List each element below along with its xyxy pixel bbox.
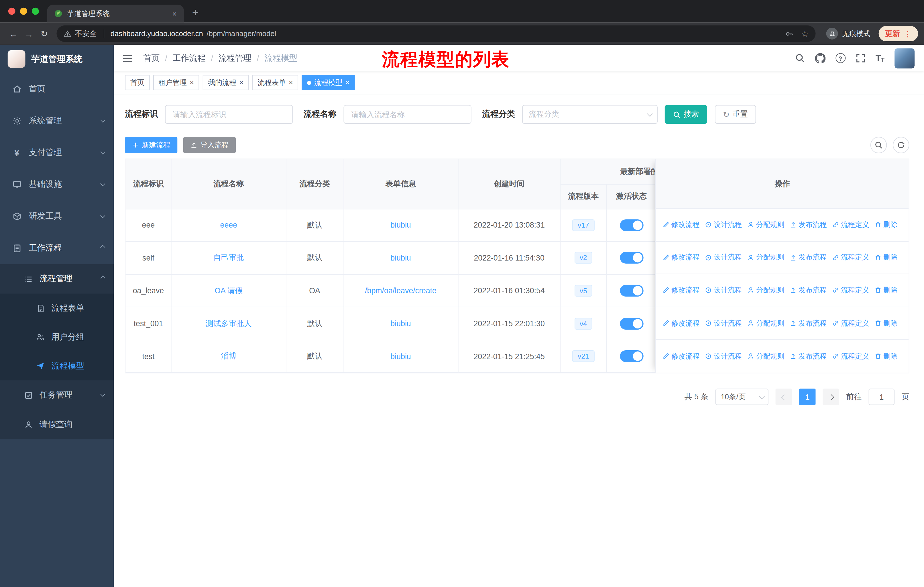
edit-process-link[interactable]: 修改流程 xyxy=(663,286,700,296)
process-key-input[interactable] xyxy=(165,105,293,124)
process-definition-link[interactable]: 流程定义 xyxy=(832,220,869,230)
sidebar-item-process-form[interactable]: 流程表单 xyxy=(0,294,114,323)
active-toggle[interactable] xyxy=(620,285,643,297)
process-name-link[interactable]: 测试多审批人 xyxy=(206,319,251,327)
form-info-link[interactable]: biubiu xyxy=(390,221,411,230)
toggle-search-icon[interactable] xyxy=(870,137,887,153)
sidebar-item-task-management[interactable]: 任务管理 xyxy=(0,380,114,410)
close-icon[interactable]: × xyxy=(190,79,194,86)
new-process-button[interactable]: 新建流程 xyxy=(125,137,177,153)
security-label[interactable]: 不安全 xyxy=(75,29,97,39)
browser-tab[interactable]: 芋道管理系统 × xyxy=(47,5,184,22)
delete-process-link[interactable]: 删除 xyxy=(874,318,898,328)
active-toggle[interactable] xyxy=(620,252,643,264)
address-bar[interactable]: 不安全 dashboard.yudao.iocoder.cn/bpm/manag… xyxy=(57,25,816,42)
breadcrumb-workflow[interactable]: 工作流程 xyxy=(173,53,206,63)
close-window-button[interactable] xyxy=(8,8,15,15)
breadcrumb-home[interactable]: 首页 xyxy=(143,53,160,63)
tab-close-icon[interactable]: × xyxy=(170,9,179,18)
new-tab-button[interactable]: + xyxy=(184,6,207,23)
font-size-icon[interactable]: TT xyxy=(876,53,884,63)
sidebar-item-user-group[interactable]: 用户分组 xyxy=(0,322,114,351)
design-process-link[interactable]: 设计流程 xyxy=(705,220,742,230)
goto-page-input[interactable] xyxy=(869,389,895,405)
next-page-button[interactable] xyxy=(823,389,839,405)
delete-process-link[interactable]: 删除 xyxy=(874,351,898,361)
edit-process-link[interactable]: 修改流程 xyxy=(663,253,700,263)
publish-process-link[interactable]: 发布流程 xyxy=(790,318,827,328)
process-name-link[interactable]: OA 请假 xyxy=(214,286,243,295)
delete-process-link[interactable]: 删除 xyxy=(874,253,898,263)
form-info-link[interactable]: biubiu xyxy=(390,319,411,328)
github-icon[interactable] xyxy=(815,53,825,63)
refresh-table-icon[interactable] xyxy=(893,137,909,153)
process-name-input[interactable] xyxy=(343,105,471,124)
process-category-select[interactable]: 流程分类 xyxy=(522,105,658,124)
process-name-link[interactable]: eeee xyxy=(220,221,238,230)
app-logo-row[interactable]: 芋道管理系统 xyxy=(0,45,114,73)
process-name-link[interactable]: 自己审批 xyxy=(213,253,244,262)
design-process-link[interactable]: 设计流程 xyxy=(705,286,742,296)
process-definition-link[interactable]: 流程定义 xyxy=(832,286,869,296)
close-icon[interactable]: × xyxy=(289,79,293,86)
tag-tenant-management[interactable]: 租户管理× xyxy=(153,75,200,90)
delete-process-link[interactable]: 删除 xyxy=(874,220,898,230)
sidebar-item-process-management[interactable]: 流程管理 xyxy=(0,264,114,294)
assign-rule-link[interactable]: 分配规则 xyxy=(747,253,784,263)
edit-process-link[interactable]: 修改流程 xyxy=(663,351,700,361)
process-definition-link[interactable]: 流程定义 xyxy=(832,351,869,361)
search-icon[interactable] xyxy=(795,53,805,63)
avatar[interactable] xyxy=(894,48,914,68)
update-button[interactable]: 更新 ⋮ xyxy=(879,26,918,41)
design-process-link[interactable]: 设计流程 xyxy=(705,318,742,328)
sidebar-item-payment-management[interactable]: ¥ 支付管理 xyxy=(0,137,114,169)
publish-process-link[interactable]: 发布流程 xyxy=(790,253,827,263)
publish-process-link[interactable]: 发布流程 xyxy=(790,286,827,296)
tag-process-model[interactable]: 流程模型× xyxy=(302,75,355,90)
sidebar-item-process-model[interactable]: 流程模型 xyxy=(0,351,114,380)
process-name-link[interactable]: 滔博 xyxy=(221,352,236,360)
assign-rule-link[interactable]: 分配规则 xyxy=(747,318,784,328)
page-size-select[interactable]: 10条/页 xyxy=(716,389,769,405)
sidebar-item-home[interactable]: 首页 xyxy=(0,73,114,105)
publish-process-link[interactable]: 发布流程 xyxy=(790,220,827,230)
browser-menu-icon[interactable]: ⋮ xyxy=(904,29,912,38)
fullscreen-icon[interactable] xyxy=(856,53,866,63)
back-icon[interactable]: ← xyxy=(6,29,21,39)
active-toggle[interactable] xyxy=(620,317,643,329)
sidebar-item-system-management[interactable]: 系统管理 xyxy=(0,105,114,137)
design-process-link[interactable]: 设计流程 xyxy=(705,351,742,361)
form-info-link[interactable]: biubiu xyxy=(390,352,411,361)
active-toggle[interactable] xyxy=(620,350,643,362)
edit-process-link[interactable]: 修改流程 xyxy=(663,220,700,230)
assign-rule-link[interactable]: 分配规则 xyxy=(747,286,784,296)
search-button[interactable]: 搜索 xyxy=(665,105,707,124)
form-info-link[interactable]: /bpm/oa/leave/create xyxy=(365,286,437,295)
help-icon[interactable]: ? xyxy=(835,53,845,63)
tag-my-process[interactable]: 我的流程× xyxy=(203,75,249,90)
edit-process-link[interactable]: 修改流程 xyxy=(663,318,700,328)
active-toggle[interactable] xyxy=(620,219,643,231)
page-number-1[interactable]: 1 xyxy=(799,389,816,405)
reset-button[interactable]: ↻ 重置 xyxy=(715,105,756,124)
sidebar-item-dev-tools[interactable]: 研发工具 xyxy=(0,201,114,232)
form-info-link[interactable]: biubiu xyxy=(390,253,411,262)
sidebar-item-infrastructure[interactable]: 基础设施 xyxy=(0,169,114,200)
tag-home[interactable]: 首页 xyxy=(125,75,150,90)
minimize-window-button[interactable] xyxy=(20,8,27,15)
collapse-sidebar-icon[interactable] xyxy=(122,52,133,64)
forward-icon[interactable]: → xyxy=(21,29,36,39)
sidebar-item-leave-query[interactable]: 请假查询 xyxy=(0,410,114,440)
publish-process-link[interactable]: 发布流程 xyxy=(790,351,827,361)
assign-rule-link[interactable]: 分配规则 xyxy=(747,351,784,361)
process-definition-link[interactable]: 流程定义 xyxy=(832,253,869,263)
prev-page-button[interactable] xyxy=(776,389,792,405)
design-process-link[interactable]: 设计流程 xyxy=(705,253,742,263)
import-process-button[interactable]: 导入流程 xyxy=(183,137,236,153)
breadcrumb-process-management[interactable]: 流程管理 xyxy=(219,53,251,63)
close-icon[interactable]: × xyxy=(239,79,243,86)
bookmark-star-icon[interactable]: ☆ xyxy=(801,29,808,38)
process-definition-link[interactable]: 流程定义 xyxy=(832,318,869,328)
tag-process-form[interactable]: 流程表单× xyxy=(252,75,299,90)
assign-rule-link[interactable]: 分配规则 xyxy=(747,220,784,230)
